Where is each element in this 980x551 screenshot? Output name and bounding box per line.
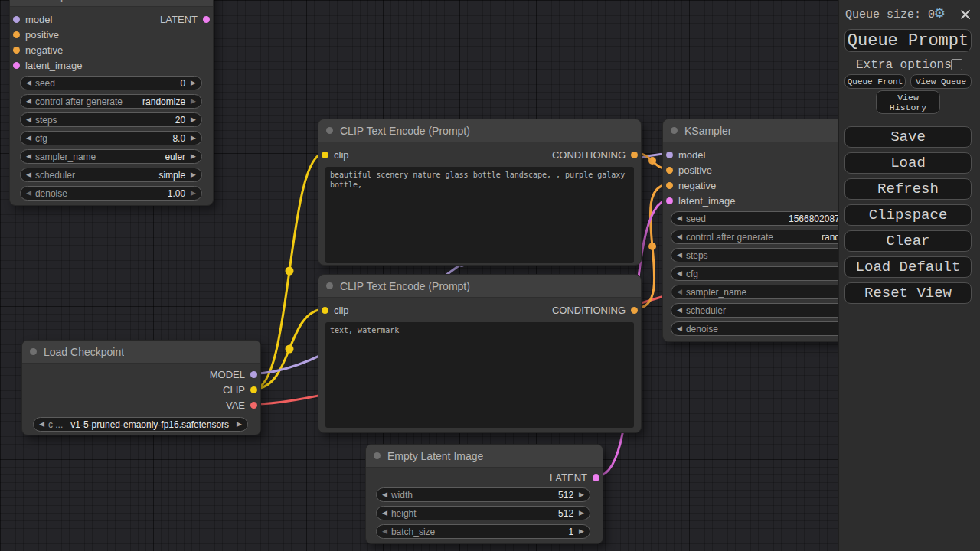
node-title: KSampler [31, 0, 78, 2]
widget-scheduler[interactable]: ◀schedulersimple▶ [20, 168, 202, 182]
load-default-button[interactable]: Load Default [844, 256, 972, 278]
widget-denoise[interactable]: ◀denoise1.00▶ [20, 186, 202, 201]
increment-arrow-icon[interactable]: ▶ [191, 80, 196, 86]
increment-arrow-icon[interactable]: ▶ [191, 116, 196, 123]
input-label: model [678, 149, 705, 161]
widget-ckpt-name[interactable]: ◀c ...v1-5-pruned-emaonly-fp16.safetenso… [33, 417, 248, 432]
decrement-arrow-icon[interactable]: ◀ [26, 190, 31, 197]
decrement-arrow-icon[interactable]: ◀ [26, 98, 31, 105]
collapse-dot[interactable] [374, 452, 381, 459]
menu-panel: Queue size: 0 ⚙ Queue Prompt Extra optio… [838, 0, 980, 551]
output-label: MODEL [210, 369, 245, 380]
widget-batch-size[interactable]: ◀batch_size1▶ [376, 524, 590, 539]
input-slot-dot-positive[interactable] [666, 167, 673, 174]
increment-arrow-icon[interactable]: ▶ [191, 153, 196, 160]
widget-sampler-name[interactable]: ◀sampler_nameeuler▶ [20, 149, 202, 164]
decrement-arrow-icon[interactable]: ◀ [26, 153, 31, 160]
increment-arrow-icon[interactable]: ▶ [579, 528, 584, 535]
output-slot-dot-model[interactable] [250, 371, 257, 378]
node-clip-text-encode-negative[interactable]: CLIP Text Encode (Prompt) CONDITIONING c… [318, 274, 642, 433]
node-title-bar[interactable]: Load Checkpoint [22, 341, 260, 364]
settings-gear-icon[interactable]: ⚙ [935, 5, 945, 21]
queue-prompt-button[interactable]: Queue Prompt [844, 29, 972, 52]
widget-width[interactable]: ◀width512▶ [376, 487, 590, 502]
node-title-bar[interactable]: KSampler [10, 0, 213, 7]
widget-seed[interactable]: ◀seed0▶ [20, 76, 202, 90]
decrement-arrow-icon[interactable]: ◀ [677, 233, 682, 240]
view-queue-button[interactable]: View Queue [910, 74, 972, 89]
decrement-arrow-icon[interactable]: ◀ [382, 510, 387, 517]
decrement-arrow-icon[interactable]: ◀ [26, 116, 31, 123]
decrement-arrow-icon[interactable]: ◀ [26, 135, 31, 142]
widget-cfg[interactable]: ◀cfg8.0▶ [20, 131, 202, 145]
input-slot-dot-negative[interactable] [13, 47, 20, 54]
output-slot-dot-conditioning[interactable] [631, 307, 638, 314]
decrement-arrow-icon[interactable]: ◀ [677, 289, 682, 295]
node-title-bar[interactable]: CLIP Text Encode (Prompt) [318, 275, 641, 298]
output-slot-dot-latent[interactable] [593, 474, 599, 481]
output-slot-dot-conditioning[interactable] [631, 152, 638, 158]
output-slot-dot-vae[interactable] [250, 402, 257, 409]
decrement-arrow-icon[interactable]: ◀ [39, 421, 44, 428]
increment-arrow-icon[interactable]: ▶ [191, 190, 196, 197]
node-title: CLIP Text Encode (Prompt) [340, 280, 470, 292]
node-load-checkpoint[interactable]: Load Checkpoint MODEL CLIP VAE ◀c ...v1-… [21, 340, 261, 435]
decrement-arrow-icon[interactable]: ◀ [677, 325, 682, 332]
input-label: latent_image [678, 195, 735, 207]
load-button[interactable]: Load [844, 152, 972, 174]
extra-options-checkbox[interactable] [951, 59, 962, 70]
decrement-arrow-icon[interactable]: ◀ [382, 491, 387, 498]
save-button[interactable]: Save [844, 126, 972, 148]
increment-arrow-icon[interactable]: ▶ [579, 491, 584, 498]
link-clip-to-positive-prompt [254, 153, 325, 389]
refresh-button[interactable]: Refresh [844, 178, 972, 200]
input-slot-dot-negative[interactable] [666, 182, 673, 189]
increment-arrow-icon[interactable]: ▶ [191, 135, 196, 142]
node-title-bar[interactable]: Empty Latent Image [366, 445, 603, 468]
collapse-dot[interactable] [30, 348, 37, 355]
input-slot-dot-model[interactable] [666, 152, 673, 158]
increment-arrow-icon[interactable]: ▶ [237, 421, 242, 428]
input-label: latent_image [25, 60, 82, 71]
node-ksampler-left[interactable]: KSampler LATENT model positive negative … [9, 0, 214, 206]
decrement-arrow-icon[interactable]: ◀ [382, 528, 387, 535]
link-midpoint-dot [286, 345, 294, 354]
close-icon[interactable] [959, 8, 972, 21]
collapse-dot[interactable] [326, 282, 333, 289]
prompt-textarea[interactable]: beautiful scenery nature glass bottle la… [325, 167, 634, 263]
decrement-arrow-icon[interactable]: ◀ [26, 80, 31, 86]
widget-height[interactable]: ◀height512▶ [376, 506, 590, 520]
clear-button[interactable]: Clear [844, 230, 972, 252]
output-slot-dot-clip[interactable] [250, 386, 257, 393]
decrement-arrow-icon[interactable]: ◀ [26, 171, 31, 178]
link-midpoint-dot [648, 243, 656, 250]
prompt-textarea[interactable]: text, watermark [325, 322, 634, 428]
view-history-button[interactable]: ViewHistory [876, 90, 940, 114]
increment-arrow-icon[interactable]: ▶ [191, 98, 196, 105]
output-label: VAE [226, 399, 245, 411]
decrement-arrow-icon[interactable]: ◀ [677, 252, 682, 259]
increment-arrow-icon[interactable]: ▶ [579, 510, 584, 517]
decrement-arrow-icon[interactable]: ◀ [677, 307, 682, 314]
collapse-dot[interactable] [326, 127, 333, 134]
output-slot-dot-latent[interactable] [203, 16, 210, 23]
input-slot-dot-positive[interactable] [13, 31, 20, 38]
widget-steps[interactable]: ◀steps20▶ [20, 112, 202, 127]
node-clip-text-encode-positive[interactable]: CLIP Text Encode (Prompt) CONDITIONING c… [318, 119, 642, 266]
widget-control-after-generate[interactable]: ◀control after generaterandomize▶ [20, 94, 202, 109]
graph-canvas[interactable]: { "wire_colors": { "clip": "#f2cb12", "m… [0, 0, 980, 551]
reset-view-button[interactable]: Reset View [844, 282, 972, 304]
node-title-bar[interactable]: CLIP Text Encode (Prompt) [318, 119, 641, 142]
collapse-dot[interactable] [671, 127, 678, 134]
decrement-arrow-icon[interactable]: ◀ [677, 270, 682, 277]
input-label: negative [25, 44, 63, 56]
queue-front-button[interactable]: Queue Front [844, 74, 906, 89]
clipspace-button[interactable]: Clipspace [844, 204, 972, 226]
prompt-text: beautiful scenery nature glass bottle la… [330, 171, 629, 189]
input-label: negative [678, 180, 716, 191]
increment-arrow-icon[interactable]: ▶ [191, 171, 196, 178]
node-empty-latent-image[interactable]: Empty Latent Image LATENT ◀width512▶ ◀he… [365, 444, 603, 544]
decrement-arrow-icon[interactable]: ◀ [677, 215, 682, 222]
input-slot-dot-latent-image[interactable] [666, 197, 673, 204]
input-slot-dot-latent-image[interactable] [13, 62, 20, 69]
